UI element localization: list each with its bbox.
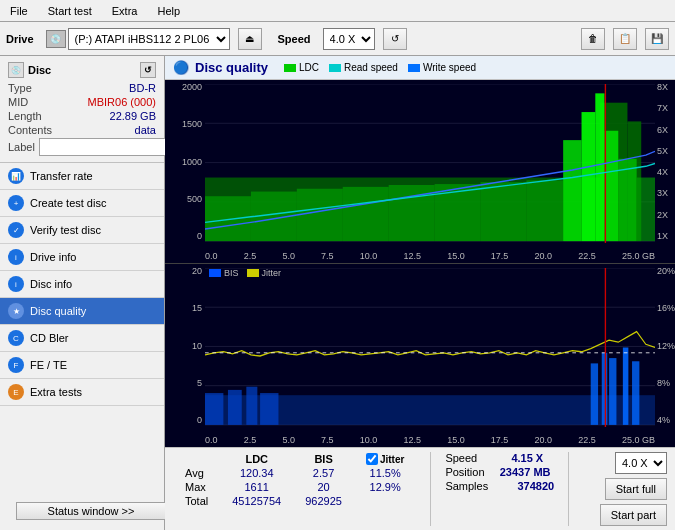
start-full-btn[interactable]: Start full (605, 478, 667, 500)
menu-file[interactable]: File (4, 3, 34, 19)
right-controls: 4.0 X Start full Start part (600, 452, 667, 526)
stats-divider2 (568, 452, 569, 526)
svg-rect-19 (604, 131, 618, 241)
speed-control: 4.0 X (615, 452, 667, 474)
stats-total-row: Total 45125754 962925 (173, 494, 416, 508)
svg-rect-33 (591, 363, 598, 424)
yaxis1r-2x: 2X (655, 210, 675, 220)
nav-fe-te[interactable]: F FE / TE (0, 352, 164, 379)
svg-rect-37 (632, 361, 639, 425)
stats-area: LDC BIS Jitter Avg (165, 447, 675, 530)
refresh-button[interactable]: ↺ (383, 28, 407, 50)
clear-button[interactable]: 🗑 (581, 28, 605, 50)
disc-length-row: Length 22.89 GB (8, 110, 156, 122)
drive-select[interactable]: (P:) ATAPI iHBS112 2 PL06 (68, 28, 230, 50)
legend-ldc-color (284, 64, 296, 72)
samples-label: Samples (445, 480, 488, 492)
menu-start-test[interactable]: Start test (42, 3, 98, 19)
menu-extra[interactable]: Extra (106, 3, 144, 19)
svg-rect-32 (260, 393, 278, 425)
svg-rect-34 (602, 353, 608, 425)
disc-info-icon: i (8, 276, 24, 292)
status-window-btn[interactable]: Status window >> (16, 502, 166, 520)
speed-label: Speed (278, 33, 311, 45)
yaxis1r-6x: 6X (655, 125, 675, 135)
disc-label-row: Label ⚙ (8, 138, 156, 156)
chart1-ldc: 0 500 1000 1500 2000 1X 2X 3X 4X 5X 6X 7… (165, 80, 675, 264)
nav-disc-info-label: Disc info (30, 278, 72, 290)
chart1-svg (205, 84, 655, 243)
nav-create-test-disc[interactable]: + Create test disc (0, 190, 164, 217)
disc-type-row: Type BD-R (8, 82, 156, 94)
start-part-btn[interactable]: Start part (600, 504, 667, 526)
svg-rect-15 (526, 180, 563, 241)
samples-row: Samples 374820 (445, 480, 554, 492)
nav-drive-info[interactable]: i Drive info (0, 244, 164, 271)
nav-items: 📊 Transfer rate + Create test disc ✓ Ver… (0, 163, 164, 406)
label-input[interactable] (39, 138, 168, 156)
yaxis1-0: 0 (165, 231, 205, 241)
nav-drive-info-label: Drive info (30, 251, 76, 263)
verify-test-disc-icon: ✓ (8, 222, 24, 238)
svg-rect-31 (246, 387, 257, 425)
menu-help[interactable]: Help (151, 3, 186, 19)
disc-refresh-btn[interactable]: ↺ (140, 62, 156, 78)
disc-title: 💿 Disc ↺ (8, 62, 156, 78)
menubar: File Start test Extra Help (0, 0, 675, 22)
chart1-yaxis: 0 500 1000 1500 2000 (165, 80, 205, 243)
chart-legend: LDC Read speed Write speed (284, 62, 476, 73)
create-test-disc-icon: + (8, 195, 24, 211)
legend-ldc-label: LDC (299, 62, 319, 73)
svg-rect-35 (609, 358, 616, 425)
eject-button[interactable]: ⏏ (238, 28, 262, 50)
save-button[interactable]: 💾 (645, 28, 669, 50)
speed-stat-value: 4.15 X (483, 452, 543, 464)
legend-read-speed-color (329, 64, 341, 72)
col-ldc: LDC (220, 452, 293, 466)
chart-header: 🔵 Disc quality LDC Read speed Write spee… (165, 56, 675, 80)
speed-select[interactable]: 4.0 X (323, 28, 375, 50)
position-value: 23437 MB (491, 466, 551, 478)
disc-panel: 💿 Disc ↺ Type BD-R MID MBIR06 (000) Leng… (0, 56, 164, 163)
yaxis1r-4x: 4X (655, 167, 675, 177)
chart-quality-icon: 🔵 (173, 60, 189, 75)
nav-disc-info[interactable]: i Disc info (0, 271, 164, 298)
nav-verify-test-disc-label: Verify test disc (30, 224, 101, 236)
fe-te-icon: F (8, 357, 24, 373)
jitter-checkbox[interactable] (366, 453, 378, 465)
nav-disc-quality[interactable]: ★ Disc quality (0, 298, 164, 325)
yaxis1r-1x: 1X (655, 231, 675, 241)
legend-read-speed-label: Read speed (344, 62, 398, 73)
legend-write-speed-label: Write speed (423, 62, 476, 73)
nav-cd-bler[interactable]: C CD Bler (0, 325, 164, 352)
chart2-bis-jitter: BIS Jitter 0 5 10 15 20 (165, 264, 675, 447)
nav-transfer-rate[interactable]: 📊 Transfer rate (0, 163, 164, 190)
chart1-xaxis: 0.0 2.5 5.0 7.5 10.0 12.5 15.0 17.5 20.0… (205, 251, 655, 261)
svg-rect-20 (618, 159, 636, 241)
chart2-svg (205, 268, 655, 427)
nav-transfer-rate-label: Transfer rate (30, 170, 93, 182)
extra-tests-icon: E (8, 384, 24, 400)
svg-rect-11 (343, 187, 389, 241)
test-speed-select[interactable]: 4.0 X (615, 452, 667, 474)
chart2-canvas (205, 268, 655, 427)
cd-bler-icon: C (8, 330, 24, 346)
yaxis1-1000: 1000 (165, 157, 205, 167)
yaxis1-2000: 2000 (165, 82, 205, 92)
svg-rect-36 (623, 348, 629, 425)
transfer-rate-icon: 📊 (8, 168, 24, 184)
yaxis1-1500: 1500 (165, 119, 205, 129)
disc-panel-icon: 💿 (8, 62, 24, 78)
nav-fe-te-label: FE / TE (30, 359, 67, 371)
samples-value: 374820 (494, 480, 554, 492)
position-label: Position (445, 466, 484, 478)
nav-extra-tests[interactable]: E Extra tests (0, 379, 164, 406)
svg-rect-17 (582, 112, 596, 241)
nav-extra-tests-label: Extra tests (30, 386, 82, 398)
svg-rect-8 (205, 196, 251, 241)
copy-button[interactable]: 📋 (613, 28, 637, 50)
nav-verify-test-disc[interactable]: ✓ Verify test disc (0, 217, 164, 244)
speed-stat-label: Speed (445, 452, 477, 464)
stats-max-row: Max 1611 20 12.9% (173, 480, 416, 494)
drive-icon: 💿 (46, 30, 66, 48)
